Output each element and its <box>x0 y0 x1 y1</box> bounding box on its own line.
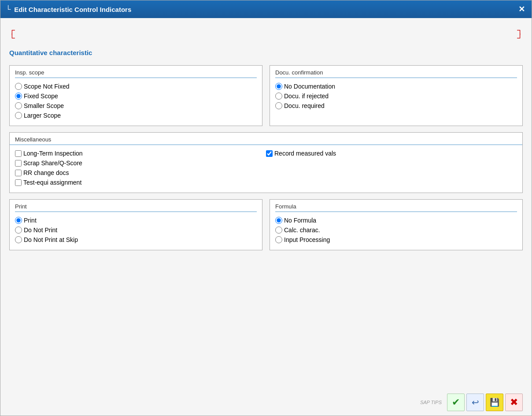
record-measured-checkbox[interactable] <box>266 150 273 157</box>
save-button[interactable]: 💾 <box>486 394 503 411</box>
fixed-scope-item: Fixed Scope <box>15 91 257 101</box>
test-equi-item: Test-equi assignment <box>15 178 266 187</box>
close-button[interactable]: ✕ <box>517 4 526 14</box>
insp-scope-group: Insp. scope Scope Not Fixed Fixed Scope … <box>9 65 262 126</box>
no-formula-radio[interactable] <box>275 217 282 224</box>
do-not-print-skip-label[interactable]: Do Not Print at Skip <box>24 236 78 243</box>
larger-scope-item: Larger Scope <box>15 111 257 120</box>
scope-not-fixed-item: Scope Not Fixed <box>15 82 257 91</box>
print-group: Print Print Do Not Print Do Not Print at… <box>9 199 262 250</box>
title-bar: └ Edit Characteristic Control Indicators… <box>0 0 532 18</box>
input-processing-item: Input Processing <box>275 235 517 245</box>
do-not-print-radio[interactable] <box>15 227 22 234</box>
calc-charac-label[interactable]: Calc. charac. <box>284 227 320 234</box>
top-section: Insp. scope Scope Not Fixed Fixed Scope … <box>9 65 523 126</box>
docu-confirmation-label: Docu. confirmation <box>275 69 517 78</box>
docu-confirmation-group: Docu. confirmation No Documentation Docu… <box>270 65 523 126</box>
calc-charac-radio[interactable] <box>275 227 282 234</box>
rr-change-checkbox[interactable] <box>15 170 22 176</box>
scope-not-fixed-label[interactable]: Scope Not Fixed <box>24 83 70 90</box>
miscellaneous-label: Miscellaneous <box>10 136 522 145</box>
fixed-scope-label[interactable]: Fixed Scope <box>24 93 58 100</box>
docu-required-label[interactable]: Docu. required <box>284 102 325 109</box>
docu-if-rejected-item: Docu. if rejected <box>275 91 517 101</box>
bottom-section: Print Print Do Not Print Do Not Print at… <box>9 199 523 250</box>
bottom-bar: SAP TIPS ✔ ↩ 💾 ✖ <box>0 389 532 416</box>
scrap-share-label[interactable]: Scrap Share/Q-Score <box>23 160 82 167</box>
corner-tr: ┐┘ <box>517 26 523 42</box>
docu-required-item: Docu. required <box>275 101 517 111</box>
do-not-print-skip-radio[interactable] <box>15 236 22 243</box>
rr-change-label[interactable]: RR change docs <box>23 169 69 176</box>
print-radio[interactable] <box>15 217 22 224</box>
miscellaneous-group: Miscellaneous Long-Term Inspection Scrap… <box>9 132 523 193</box>
window-title: Edit Characteristic Control Indicators <box>14 6 131 13</box>
confirm-icon: ✔ <box>452 397 460 408</box>
test-equi-checkbox[interactable] <box>15 179 22 186</box>
calc-charac-item: Calc. charac. <box>275 225 517 235</box>
do-not-print-label[interactable]: Do Not Print <box>24 227 57 234</box>
no-documentation-item: No Documentation <box>275 82 517 91</box>
no-documentation-radio[interactable] <box>275 83 282 90</box>
scope-not-fixed-radio[interactable] <box>15 83 22 90</box>
larger-scope-label[interactable]: Larger Scope <box>24 112 61 119</box>
window-icon: └ <box>6 5 11 13</box>
sap-logo: SAP TIPS <box>420 400 442 405</box>
scrap-share-checkbox[interactable] <box>15 160 22 167</box>
corner-marks: ┌└ ┐┘ <box>9 25 523 43</box>
insp-scope-label: Insp. scope <box>15 69 257 78</box>
print-label: Print <box>15 203 257 212</box>
formula-group: Formula No Formula Calc. charac. Input P… <box>270 199 523 250</box>
no-formula-item: No Formula <box>275 215 517 225</box>
print-label-text[interactable]: Print <box>24 217 37 224</box>
fixed-scope-radio[interactable] <box>15 93 22 100</box>
scrap-share-item: Scrap Share/Q-Score <box>15 158 266 168</box>
back-button[interactable]: ↩ <box>466 394 484 411</box>
input-processing-radio[interactable] <box>275 236 282 243</box>
rr-change-item: RR change docs <box>15 168 266 178</box>
no-formula-label[interactable]: No Formula <box>284 217 316 224</box>
corner-tl: ┌└ <box>9 26 15 42</box>
misc-right: Record measured vals <box>266 149 517 187</box>
docu-if-rejected-radio[interactable] <box>275 93 282 100</box>
back-icon: ↩ <box>472 397 479 408</box>
main-window: └ Edit Characteristic Control Indicators… <box>0 0 532 416</box>
docu-if-rejected-label[interactable]: Docu. if rejected <box>284 93 329 100</box>
long-term-checkbox[interactable] <box>15 150 22 157</box>
larger-scope-radio[interactable] <box>15 112 22 119</box>
long-term-item: Long-Term Inspection <box>15 149 266 158</box>
miscellaneous-content: Long-Term Inspection Scrap Share/Q-Score… <box>10 149 522 187</box>
title-bar-left: └ Edit Characteristic Control Indicators <box>6 5 131 13</box>
long-term-label[interactable]: Long-Term Inspection <box>23 150 83 157</box>
record-measured-label[interactable]: Record measured vals <box>274 150 336 157</box>
misc-left: Long-Term Inspection Scrap Share/Q-Score… <box>15 149 266 187</box>
test-equi-label[interactable]: Test-equi assignment <box>23 179 81 186</box>
save-icon: 💾 <box>490 397 499 407</box>
print-item: Print <box>15 215 257 225</box>
docu-required-radio[interactable] <box>275 102 282 109</box>
do-not-print-item: Do Not Print <box>15 225 257 235</box>
formula-label: Formula <box>275 203 517 212</box>
char-type-label: Quantitative characteristic <box>9 49 523 56</box>
no-documentation-label[interactable]: No Documentation <box>284 83 335 90</box>
smaller-scope-item: Smaller Scope <box>15 101 257 111</box>
smaller-scope-radio[interactable] <box>15 102 22 109</box>
do-not-print-skip-item: Do Not Print at Skip <box>15 235 257 245</box>
smaller-scope-label[interactable]: Smaller Scope <box>24 102 64 109</box>
cancel-icon: ✖ <box>510 397 518 408</box>
content-area: ┌└ ┐┘ Quantitative characteristic Insp. … <box>0 18 532 389</box>
record-measured-item: Record measured vals <box>266 149 517 158</box>
input-processing-label[interactable]: Input Processing <box>284 236 330 243</box>
confirm-button[interactable]: ✔ <box>447 394 465 411</box>
cancel-button[interactable]: ✖ <box>505 394 523 411</box>
